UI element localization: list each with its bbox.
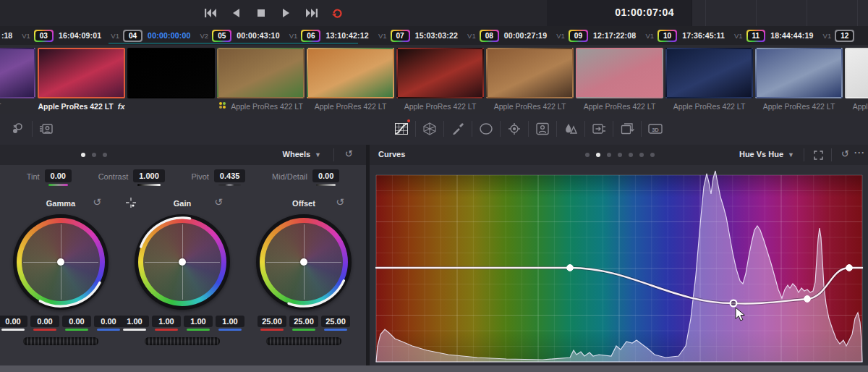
blur-icon[interactable] [561,119,580,138]
clip-number-badge[interactable]: 10 [658,30,677,42]
crosshair-pick-icon[interactable] [126,198,136,211]
wheels-page-dot-1[interactable] [92,153,96,157]
wheel-channel-value[interactable]: 1.00 [120,316,149,327]
control-value[interactable]: 0.00 [45,169,72,182]
clip-thumbnail-cell[interactable]: Apple ProRes 422 LTfx [38,48,125,112]
wheel-channel-value[interactable]: 0.00 [0,316,27,327]
curves-page-dot-1[interactable] [596,153,600,157]
curves-page-dot-0[interactable] [585,153,590,157]
curve-mode-dropdown[interactable]: Hue Vs Hue ▼ [739,150,794,158]
clip-thumbnail-cell[interactable] [127,48,215,112]
offset-master-wheel-slider[interactable] [266,337,341,345]
expand-icon[interactable] [814,150,823,163]
magic-mask-icon[interactable] [533,119,552,138]
qualifier-icon[interactable] [448,119,467,138]
wheels-corrector-icon[interactable] [9,119,27,138]
hue-vs-hue-graph[interactable] [370,165,868,365]
curves-page-dot-6[interactable] [650,153,655,157]
clip-thumbnail[interactable] [845,48,868,98]
clip-number-badge[interactable]: 06 [301,30,320,42]
curves-icon[interactable] [392,119,411,138]
gamma-color-wheel[interactable] [13,214,109,310]
key-icon[interactable] [590,119,608,138]
wheels-page-dot-2[interactable] [103,153,107,157]
clip-thumbnail[interactable] [755,48,843,98]
loop-button[interactable] [331,7,344,19]
clip-thumbnail[interactable] [307,48,394,98]
wheel-master-ring-indicator[interactable] [135,214,230,310]
wheel-channel-value[interactable]: 1.00 [152,316,181,327]
wheel-channel-value[interactable]: 1.00 [184,316,213,327]
clip-number-badge[interactable]: 08 [480,30,499,42]
wheel-channel-value[interactable]: 0.00 [62,316,91,327]
reset-icon[interactable]: ↺ [93,197,101,207]
clip-number-badge[interactable]: 04 [123,30,142,42]
clip-thumbnail[interactable] [665,48,753,98]
clip-number-badge[interactable]: 07 [391,30,410,42]
clip-thumbnail-cell[interactable]: Apple ProRes 422 LT [755,48,843,112]
reset-icon[interactable]: ↺ [336,197,344,207]
color-warper-icon[interactable] [420,119,439,138]
clip-thumbnail-cell[interactable]: Apple ProRes 422 LT [486,48,574,112]
clip-thumbnail[interactable] [0,48,35,98]
skip-forward-button[interactable] [305,7,318,19]
play-forward-button[interactable] [280,7,293,19]
clip-number-badge[interactable]: 03 [34,30,54,42]
clip-number-badge[interactable]: 11 [746,30,766,42]
clip-thumbnail-cell[interactable]: Apple ProRes 422 LT [396,48,484,112]
wheel-master-ring-indicator[interactable] [256,214,352,310]
curves-page-dot-2[interactable] [607,153,611,157]
wheels-page-dot-0[interactable] [81,153,85,157]
wheel-channel-value[interactable]: 25.00 [258,316,286,327]
tracker-icon[interactable] [505,119,524,138]
gain-color-wheel[interactable] [135,214,230,310]
wheel-master-ring-indicator[interactable] [13,214,109,310]
sizing-icon[interactable] [618,119,637,138]
gamma-master-wheel-slider[interactable] [23,337,98,345]
wheel-channel-value[interactable]: 25.00 [289,316,318,327]
control-value[interactable]: 0.435 [214,169,246,182]
clip-thumbnail[interactable] [38,48,125,98]
curve-control-point-2[interactable] [804,296,811,303]
wheel-channel-value[interactable]: 0.00 [94,316,123,327]
stop-button[interactable] [255,7,268,19]
timeline-scroll-indicator[interactable] [109,43,358,44]
clip-number-badge[interactable]: 05 [212,30,231,42]
clip-thumbnail[interactable] [396,48,484,98]
clip-thumbnail[interactable] [217,48,305,98]
stereo-3d-icon[interactable]: 3D [646,119,665,138]
skip-back-button[interactable] [204,7,217,19]
curve-control-point-1[interactable] [731,300,737,307]
curve-control-point-3[interactable] [846,265,853,271]
wheel-channel-value[interactable]: 1.00 [216,316,244,327]
control-value[interactable]: 1.000 [133,169,165,182]
reset-icon[interactable]: ↺ [214,197,223,207]
still-grab-icon[interactable] [37,119,56,138]
curves-page-dot-3[interactable] [618,153,622,157]
wheel-channel-value[interactable]: 25.00 [321,316,350,327]
options-menu-icon[interactable]: ··· [854,148,865,158]
clip-thumbnail-cell[interactable]: Apple ProRes 422 LT [307,48,394,112]
clip-thumbnail[interactable] [127,48,215,98]
play-reverse-button[interactable] [229,7,242,19]
clip-thumbnail-cell[interactable]: Apple ProRes 422 LT [665,48,753,112]
clip-thumbnail-cell[interactable]: Apple ProRes 422 LT [217,48,305,112]
control-value[interactable]: 0.00 [312,169,339,182]
curves-page-dot-4[interactable] [629,153,633,157]
gain-master-wheel-slider[interactable] [145,337,220,345]
clip-number-badge[interactable]: 12 [835,30,854,42]
curve-control-point-0[interactable] [567,265,574,271]
curves-page-dot-5[interactable] [639,153,644,157]
wheels-mode-dropdown[interactable]: Wheels ▼ [283,150,321,158]
wheel-channel-value[interactable]: 0.00 [30,316,59,327]
reset-icon[interactable]: ↺ [345,149,353,158]
reset-icon[interactable]: ↺ [841,149,849,158]
clip-thumbnail[interactable] [576,48,663,98]
clip-thumbnail-cell[interactable]: Apple ProRes 422 LT [576,48,663,112]
clip-thumbnail-cell[interactable]: Apple ProRes 422 LT [845,48,868,112]
clip-thumbnail-cell[interactable]: 22 LT [0,48,35,112]
clip-thumbnail[interactable] [486,48,574,98]
clip-number-badge[interactable]: 09 [569,30,588,42]
offset-color-wheel[interactable] [256,214,352,310]
power-window-icon[interactable] [477,119,495,138]
